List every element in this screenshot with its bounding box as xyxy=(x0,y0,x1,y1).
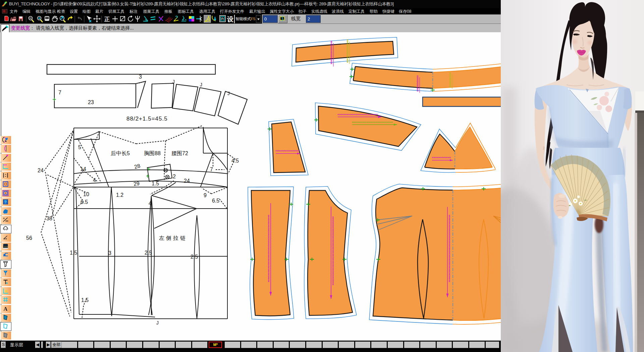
svg-text:29: 29 xyxy=(133,180,140,187)
svg-text:2: 2 xyxy=(173,174,176,179)
svg-text:9: 9 xyxy=(204,192,207,198)
svg-text:1.5: 1.5 xyxy=(70,250,77,256)
svg-text:88/2+1.5=45.5: 88/2+1.5=45.5 xyxy=(126,116,168,122)
svg-text:14: 14 xyxy=(80,166,86,172)
svg-text:正: 正 xyxy=(104,16,110,22)
svg-text:3: 3 xyxy=(139,74,142,80)
svg-text:4: 4 xyxy=(149,201,152,206)
svg-text:4: 4 xyxy=(93,177,96,183)
svg-text:2.5: 2.5 xyxy=(191,254,198,260)
svg-text:3: 3 xyxy=(108,250,111,256)
svg-text:1.5: 1.5 xyxy=(152,181,159,186)
svg-text:后中长5: 后中长5 xyxy=(111,150,130,156)
svg-text:?: ? xyxy=(4,200,7,205)
svg-text:7: 7 xyxy=(210,167,213,172)
svg-text:J: J xyxy=(227,91,230,96)
svg-text:J: J xyxy=(156,320,159,325)
svg-text:10: 10 xyxy=(83,191,89,197)
svg-text:J: J xyxy=(172,79,175,84)
svg-text:左侧拉链: 左侧拉链 xyxy=(159,235,187,241)
svg-text:1.5: 1.5 xyxy=(81,297,89,303)
svg-text:1.2: 1.2 xyxy=(116,192,123,198)
svg-text:4.5: 4.5 xyxy=(231,158,239,164)
svg-text:28: 28 xyxy=(133,163,141,170)
svg-text:A: A xyxy=(4,306,8,312)
svg-text:6.5: 6.5 xyxy=(80,199,88,205)
svg-text:设: 设 xyxy=(227,16,234,23)
svg-text:56: 56 xyxy=(26,235,32,241)
svg-text:24: 24 xyxy=(38,168,44,173)
svg-text:J: J xyxy=(200,82,202,87)
svg-text:腰围72: 腰围72 xyxy=(171,150,188,156)
svg-text:24: 24 xyxy=(184,178,190,184)
svg-text:6.5: 6.5 xyxy=(212,198,219,204)
svg-text:5: 5 xyxy=(78,144,81,150)
svg-text:2.5: 2.5 xyxy=(145,250,152,256)
svg-text:7: 7 xyxy=(58,90,61,95)
svg-text:38: 38 xyxy=(46,216,52,221)
svg-text:23: 23 xyxy=(88,99,94,105)
svg-text:胸围88: 胸围88 xyxy=(144,150,161,156)
